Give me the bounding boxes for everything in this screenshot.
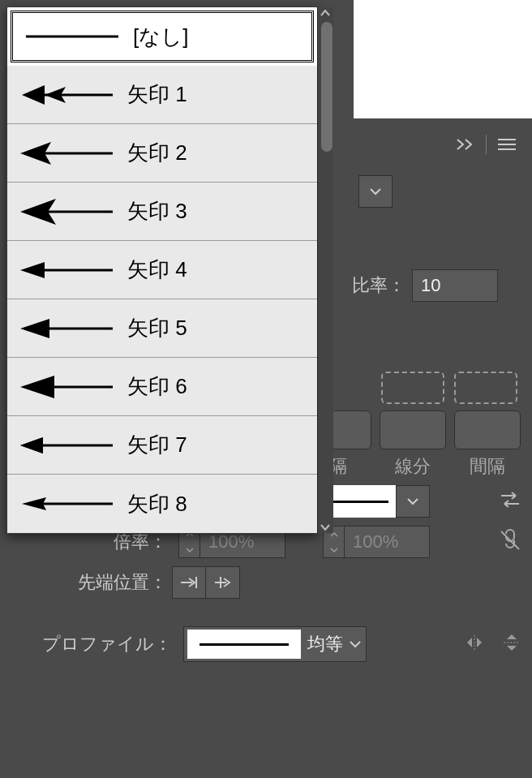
scale-label: 倍率： xyxy=(114,531,167,552)
arrow-option-1[interactable]: 矢印 1 xyxy=(7,66,317,124)
flip-horizontal-icon[interactable] xyxy=(462,632,487,656)
svg-rect-1 xyxy=(498,144,516,145)
scroll-thumb[interactable] xyxy=(321,22,332,152)
profile-label: プロファイル： xyxy=(42,634,172,654)
arrow-dropdown: [なし] 矢印 1 矢印 2 矢印 3 矢印 4 矢印 5 矢印 6 矢印 7 … xyxy=(6,6,318,534)
scroll-down-icon[interactable] xyxy=(320,523,330,531)
arrow-option-6[interactable]: 矢印 6 xyxy=(7,358,317,416)
svg-rect-0 xyxy=(498,139,516,140)
arrow-option-4[interactable]: 矢印 4 xyxy=(7,241,317,299)
profile-value: 均等 xyxy=(301,632,350,656)
gap-label-3: 間隔 xyxy=(470,454,505,479)
dash-outline-1[interactable] xyxy=(381,372,444,404)
flip-vertical-icon[interactable] xyxy=(501,630,522,658)
menu-icon[interactable] xyxy=(496,136,517,153)
canvas-area xyxy=(354,0,532,118)
scroll-up-icon[interactable] xyxy=(320,9,330,17)
profile-swatch xyxy=(187,630,301,659)
gap-slot-3[interactable] xyxy=(454,410,521,449)
arrow-option-5[interactable]: 矢印 5 xyxy=(7,299,317,358)
arrow-end-combo[interactable] xyxy=(323,485,430,518)
separator xyxy=(486,135,487,154)
arrow-option-8[interactable]: 矢印 8 xyxy=(7,475,317,533)
tip-flush-icon[interactable] xyxy=(206,566,240,599)
profile-combo[interactable]: 均等 xyxy=(183,626,367,662)
svg-rect-2 xyxy=(498,148,516,150)
expand-icon[interactable] xyxy=(455,136,476,153)
arrow-option-none[interactable]: [なし] xyxy=(11,11,314,62)
gap-slot-2[interactable] xyxy=(380,410,446,449)
swap-arrows-icon[interactable] xyxy=(498,489,522,514)
svg-line-3 xyxy=(501,531,519,549)
arrow-end-drop-icon[interactable] xyxy=(396,485,430,518)
scale-end-input[interactable]: 100% xyxy=(344,526,430,558)
tip-extend-icon[interactable] xyxy=(172,566,206,599)
ratio-label: 比率： xyxy=(352,273,405,298)
arrow-option-7[interactable]: 矢印 7 xyxy=(7,416,317,475)
arrow-end-swatch xyxy=(323,485,396,518)
arrow-option-3[interactable]: 矢印 3 xyxy=(7,183,317,241)
dash-outline-2[interactable] xyxy=(454,372,517,404)
chevron-down-icon xyxy=(350,640,361,648)
gap-label-2: 線分 xyxy=(395,454,431,479)
tip-label: 先端位置： xyxy=(78,572,167,592)
ratio-input[interactable]: 10 xyxy=(412,269,498,302)
arrow-option-2[interactable]: 矢印 2 xyxy=(7,124,317,183)
link-scale-icon[interactable] xyxy=(498,528,522,556)
cap-dropdown[interactable] xyxy=(358,175,393,208)
